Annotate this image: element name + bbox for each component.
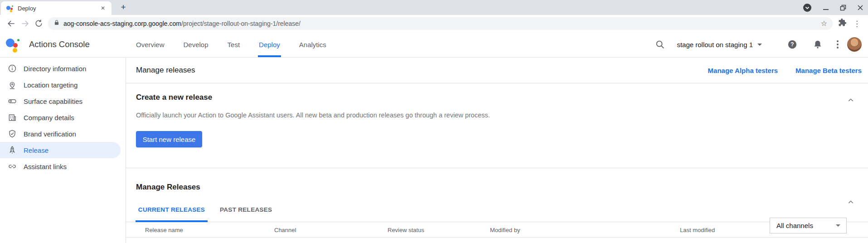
url-domain: aog-console-acs-staging.corp.google.com [63,20,181,27]
svg-text:?: ? [790,41,794,48]
overflow-menu-icon[interactable] [836,40,839,49]
browser-tab[interactable]: Deploy ✕ [1,1,112,15]
releases-tabs: CURRENT RELEASES PAST RELEASES [126,197,868,222]
page-title: Manage releases [136,66,195,75]
main-content: Manage releases Manage Alpha testers Man… [126,58,868,243]
url-path: /project/stage-rollout-on-staging-1/rele… [181,20,301,27]
browser-tab-strip: Deploy ✕ + [0,0,868,15]
assistant-favicon-icon [6,5,14,12]
nav-overview[interactable]: Overview [136,32,165,57]
restore-button[interactable] [840,5,846,11]
actions-on-google-logo [5,35,23,53]
create-release-section: Create a new release Officially launch y… [126,83,868,168]
nav-develop[interactable]: Develop [184,32,209,57]
info-icon [8,64,17,73]
chevron-down-icon [757,44,762,46]
tab-current-releases[interactable]: CURRENT RELEASES [136,197,208,222]
window-close-button[interactable] [857,5,863,11]
sidebar-item-label: Release [24,146,48,154]
project-selector-label: stage rollout on staging 1 [677,41,753,49]
help-icon[interactable]: ? [787,39,797,49]
notifications-bell-icon[interactable] [813,39,823,49]
tab-past-releases[interactable]: PAST RELEASES [213,197,279,222]
browser-menu-icon[interactable]: ⋮ [853,19,861,28]
manage-releases-title: Manage Releases [136,183,868,192]
project-selector[interactable]: stage rollout on staging 1 [677,41,762,49]
manage-beta-testers-link[interactable]: Manage Beta testers [795,67,862,74]
create-release-description: Officially launch your Action to Google … [136,112,868,119]
collapse-create-section-chevron-up-icon[interactable] [847,97,854,104]
sidebar-item-assistant-links[interactable]: Assistant links [0,158,126,175]
sidebar-item-company-details[interactable]: Company details [0,109,126,126]
sidebar-item-label: Directory information [24,65,86,73]
rocket-icon [8,146,17,155]
sidebar-item-label: Assistant links [24,163,67,170]
link-icon [8,162,17,171]
tester-links: Manage Alpha testers Manage Beta testers [708,67,862,74]
url-text: aog-console-acs-staging.corp.google.com/… [63,20,821,27]
create-release-title: Create a new release [136,93,868,102]
releases-table-header: Release name Channel Review status Modif… [126,222,868,238]
column-last-modified: Last modified [680,226,715,233]
header-nav: Overview Develop Test Deploy Analytics [136,32,326,57]
page-header: Manage releases Manage Alpha testers Man… [126,58,868,83]
app-title: Actions Console [29,39,90,49]
column-channel: Channel [274,226,296,233]
back-button[interactable] [5,17,18,30]
minimize-button[interactable] [823,5,829,11]
manage-releases-section: Manage Releases CURRENT RELEASES PAST RE… [126,183,868,238]
column-modified-by: Modified by [490,226,520,233]
forward-button[interactable] [18,17,32,30]
browser-toolbar: aog-console-acs-staging.corp.google.com/… [0,15,868,32]
collapse-releases-section-chevron-up-icon[interactable] [847,199,854,206]
column-release-name: Release name [145,226,183,233]
toggle-icon [8,97,17,106]
address-bar[interactable]: aog-console-acs-staging.corp.google.com/… [48,17,833,30]
start-new-release-button[interactable]: Start new release [136,131,202,147]
header-right-cluster: stage rollout on staging 1 ? [655,32,862,57]
console-body: Directory information Location targeting… [0,58,868,243]
location-pin-icon [8,80,17,89]
user-avatar[interactable] [847,37,862,52]
sidebar-item-surface-capabilities[interactable]: Surface capabilities [0,93,126,109]
bookmark-star-icon[interactable]: ☆ [821,19,827,28]
new-tab-button[interactable]: + [117,1,130,14]
nav-test[interactable]: Test [228,32,240,57]
sidebar-item-brand-verification[interactable]: Brand verification [0,126,126,142]
nav-analytics[interactable]: Analytics [299,32,326,57]
sidebar-item-directory-information[interactable]: Directory information [0,60,126,77]
sidebar-item-label: Surface capabilities [24,97,82,105]
window-menu-icon[interactable] [803,3,812,12]
nav-deploy[interactable]: Deploy [259,32,280,57]
manage-alpha-testers-link[interactable]: Manage Alpha testers [708,67,778,74]
sidebar-item-location-targeting[interactable]: Location targeting [0,77,126,93]
sidebar-item-label: Location targeting [24,81,78,89]
browser-window: Deploy ✕ + [0,0,868,243]
shield-check-icon [8,129,17,138]
sidebar-item-release[interactable]: Release [0,142,121,158]
building-icon [8,113,17,122]
console-header: Actions Console Overview Develop Test De… [0,32,868,58]
search-icon[interactable] [655,39,665,49]
sidebar-item-label: Brand verification [24,130,76,138]
extensions-puzzle-icon[interactable] [838,18,847,29]
lock-icon[interactable] [53,19,60,28]
column-review-status: Review status [388,226,424,233]
sidebar: Directory information Location targeting… [0,58,126,243]
tab-close-icon[interactable]: ✕ [99,4,107,12]
tab-title: Deploy [18,5,99,12]
sidebar-item-label: Company details [24,114,74,122]
reload-button[interactable] [32,17,45,30]
